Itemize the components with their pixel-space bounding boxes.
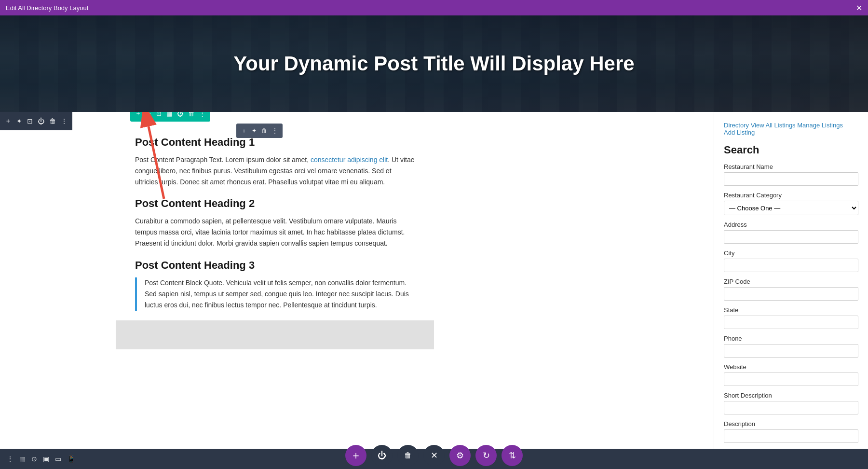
section-toolbar: ＋ ✦ ⊡ ▦ ⏻ 🗑 ⋮ xyxy=(130,112,210,122)
top-bar: Edit All Directory Body Layout ✕ xyxy=(0,0,868,15)
bottom-desktop-icon[interactable]: ▣ xyxy=(43,455,49,463)
top-bar-title: Edit All Directory Body Layout xyxy=(6,4,88,12)
input-short-desc[interactable] xyxy=(724,401,858,414)
inner-delete-icon[interactable]: 🗑 xyxy=(261,127,267,134)
fab-area: ＋ ⏻ 🗑 ✕ ⚙ ↻ ⇅ xyxy=(345,445,523,469)
left-toolbar: ＋ ✦ ⊡ ⏻ 🗑 ⋮ xyxy=(0,112,72,130)
add-fab[interactable]: ＋ xyxy=(345,445,366,466)
input-zip[interactable] xyxy=(724,287,858,301)
form-group-phone: Phone xyxy=(724,335,858,358)
rotate-fab[interactable]: ↻ xyxy=(475,445,497,466)
bottom-mobile-icon[interactable]: 📱 xyxy=(67,455,75,463)
inner-toolbar: ＋ ✦ 🗑 ⋮ xyxy=(236,124,283,138)
input-restaurant-name[interactable] xyxy=(724,172,858,186)
hero-title: Your Dynamic Post Title Will Display Her… xyxy=(233,52,634,75)
nav-manage[interactable]: Manage Listings xyxy=(797,122,843,129)
label-zip: ZIP Code xyxy=(724,278,858,285)
toolbar-settings-icon[interactable]: ✦ xyxy=(16,117,22,125)
label-phone: Phone xyxy=(724,335,858,342)
input-phone[interactable] xyxy=(724,344,858,358)
delete-fab[interactable]: 🗑 xyxy=(397,445,419,466)
section-more-icon[interactable]: ⋮ xyxy=(199,112,205,117)
bottom-circle-icon[interactable]: ⊙ xyxy=(31,455,37,463)
content-wrapper: ＋ ✦ ⊡ ▦ ⏻ 🗑 ⋮ ＋ ✦ 🗑 ⋮ xyxy=(0,112,714,449)
close-button[interactable]: ✕ xyxy=(856,3,862,13)
content-blockquote: Post Content Block Quote. Vehicula velit… xyxy=(135,277,415,311)
label-state: State xyxy=(724,306,858,314)
section-add-icon[interactable]: ＋ xyxy=(135,112,141,118)
form-group-state: State xyxy=(724,306,858,329)
nav-directory[interactable]: Directory xyxy=(724,122,749,129)
section-delete-icon[interactable]: 🗑 xyxy=(188,112,194,117)
form-group-address: Address xyxy=(724,221,858,244)
toolbar-more-icon[interactable]: ⋮ xyxy=(61,117,68,125)
bottom-tablet-icon[interactable]: ▭ xyxy=(55,455,61,463)
inner-settings-icon[interactable]: ✦ xyxy=(252,127,257,134)
toolbar-delete-icon[interactable]: 🗑 xyxy=(49,117,56,125)
label-description: Description xyxy=(724,420,858,428)
sidebar-nav: Directory View All Listings Manage Listi… xyxy=(724,122,858,136)
section-settings-icon[interactable]: ✦ xyxy=(146,112,151,117)
main-area: ＋ ✦ ⊡ ⏻ 🗑 ⋮ ＋ ✦ ⊡ ▦ ⏻ 🗑 ⋮ xyxy=(0,112,868,449)
section-columns-icon[interactable]: ▦ xyxy=(166,112,172,117)
toolbar-duplicate-icon[interactable]: ⊡ xyxy=(27,117,33,125)
form-group-city: City xyxy=(724,249,858,272)
toolbar-power-icon[interactable]: ⏻ xyxy=(38,117,44,125)
hero-section: Your Dynamic Post Title Will Display Her… xyxy=(0,15,868,112)
form-group-short-desc: Short Description xyxy=(724,392,858,414)
section-duplicate-icon[interactable]: ⊡ xyxy=(156,112,162,117)
content-heading-2: Post Content Heading 2 xyxy=(135,197,415,210)
inner-more-icon[interactable]: ⋮ xyxy=(272,127,278,134)
nav-add[interactable]: Add Listing xyxy=(724,129,755,136)
select-restaurant-category[interactable]: — Choose One — xyxy=(724,201,858,215)
toolbar-add-icon[interactable]: ＋ xyxy=(5,117,12,125)
swap-fab[interactable]: ⇅ xyxy=(502,445,523,466)
content-heading-3: Post Content Heading 3 xyxy=(135,259,415,272)
form-group-zip: ZIP Code xyxy=(724,278,858,301)
sidebar: Directory View All Listings Manage Listi… xyxy=(714,112,868,449)
label-restaurant-category: Restaurant Category xyxy=(724,192,858,199)
label-website: Website xyxy=(724,363,858,371)
close-fab[interactable]: ✕ xyxy=(423,445,445,466)
content-area: Post Content Heading 1 Post Content Para… xyxy=(0,112,434,349)
form-group-website: Website xyxy=(724,363,858,386)
input-website[interactable] xyxy=(724,372,858,386)
input-address[interactable] xyxy=(724,230,858,244)
section-power-icon[interactable]: ⏻ xyxy=(177,112,183,117)
form-group-description: Description xyxy=(724,420,858,443)
label-address: Address xyxy=(724,221,858,228)
inner-add-icon[interactable]: ＋ xyxy=(241,127,247,135)
nav-view-all[interactable]: View All Listings xyxy=(751,122,796,129)
settings-fab[interactable]: ⚙ xyxy=(449,445,471,466)
bottom-grid-icon[interactable]: ▦ xyxy=(19,455,26,463)
bottom-more-icon[interactable]: ⋮ xyxy=(7,455,14,463)
input-state[interactable] xyxy=(724,316,858,329)
input-description[interactable] xyxy=(724,429,858,443)
gray-bottom-strip xyxy=(116,320,434,349)
label-short-desc: Short Description xyxy=(724,392,858,399)
form-group-restaurant-name: Restaurant Name xyxy=(724,163,858,186)
content-link[interactable]: consectetur adipiscing elit xyxy=(311,156,388,164)
label-restaurant-name: Restaurant Name xyxy=(724,163,858,170)
input-city[interactable] xyxy=(724,259,858,272)
content-paragraph-1: Post Content Paragraph Text. Lorem ipsum… xyxy=(135,154,415,188)
content-paragraph-2: Curabitur a commodo sapien, at pellentes… xyxy=(135,216,415,249)
label-city: City xyxy=(724,249,858,257)
power-fab[interactable]: ⏻ xyxy=(371,445,393,466)
form-group-restaurant-category: Restaurant Category — Choose One — xyxy=(724,192,858,215)
search-title: Search xyxy=(724,144,858,156)
